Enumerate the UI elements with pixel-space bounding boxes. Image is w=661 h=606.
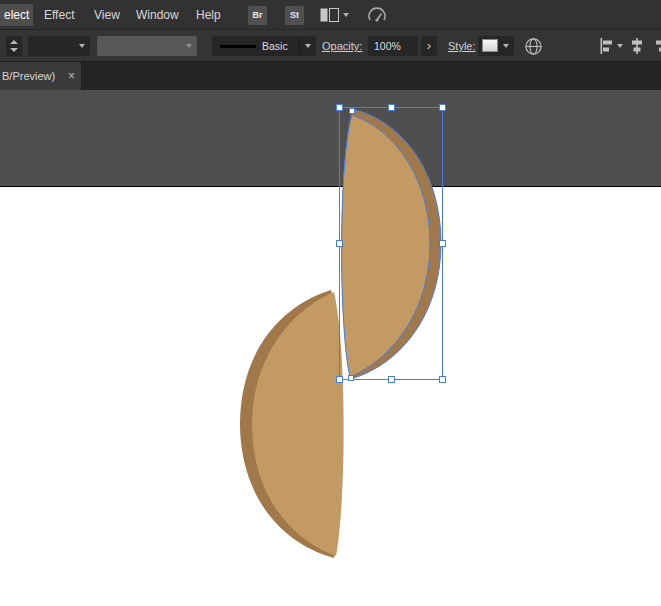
artwork-layer — [0, 90, 661, 606]
upper-crescent-body[interactable] — [342, 115, 430, 377]
brush-definition-dropdown[interactable]: Basic — [212, 36, 316, 56]
chevron-down-icon — [79, 44, 85, 48]
anchor-point[interactable] — [349, 376, 354, 381]
selection-handle[interactable] — [337, 377, 343, 383]
selection-handle[interactable] — [389, 377, 395, 383]
illustrator-window: elect Effect View Window Help Br St — [0, 0, 661, 606]
chevron-down-icon — [617, 44, 623, 48]
chevron-down-icon — [305, 44, 311, 48]
stroke-preview-line — [220, 45, 256, 48]
canvas-area[interactable] — [0, 90, 661, 606]
style-dropdown[interactable] — [478, 36, 514, 56]
divider — [299, 38, 300, 54]
stroke-dropdown-disabled[interactable] — [97, 36, 197, 56]
stepper-up-icon — [10, 40, 18, 44]
fill-dropdown[interactable] — [28, 36, 90, 56]
menu-item-window[interactable]: Window — [132, 4, 183, 26]
chevron-down-icon — [343, 13, 349, 17]
align-right-button[interactable] — [654, 38, 661, 57]
menu-item-select[interactable]: elect — [0, 4, 33, 26]
stepper-down-icon — [10, 48, 18, 52]
stock-button[interactable]: St — [285, 6, 304, 25]
document-tab[interactable]: B/Preview) × — [0, 62, 82, 90]
chevron-down-icon — [503, 44, 509, 48]
brush-definition-label: Basic — [262, 39, 288, 53]
selection-handle[interactable] — [337, 105, 343, 111]
style-swatch — [482, 39, 498, 52]
opacity-label[interactable]: Opacity: — [322, 40, 362, 52]
menu-item-effect[interactable]: Effect — [40, 4, 78, 26]
document-tab-bar: B/Preview) × — [0, 62, 661, 90]
lower-crescent-body[interactable] — [252, 292, 344, 556]
anchor-point[interactable] — [350, 109, 355, 114]
align-center-button[interactable] — [630, 38, 644, 57]
opacity-value-field[interactable]: 100% — [368, 36, 418, 56]
menu-item-help[interactable]: Help — [192, 4, 225, 26]
style-label[interactable]: Style: — [448, 40, 476, 52]
selection-handle[interactable] — [337, 241, 343, 247]
control-bar: Basic Opacity: 100% › Style: — [0, 30, 661, 62]
align-left-button[interactable] — [600, 38, 614, 57]
menu-bar: elect Effect View Window Help Br St — [0, 0, 661, 30]
selection-handle[interactable] — [440, 105, 446, 111]
value-stepper[interactable] — [6, 36, 22, 56]
more-options-button[interactable]: › — [421, 36, 437, 56]
document-tab-label: B/Preview) — [2, 70, 55, 82]
gpu-performance-icon[interactable] — [366, 6, 388, 28]
close-icon[interactable]: × — [68, 69, 75, 83]
chevron-down-icon — [186, 44, 192, 48]
selection-handle[interactable] — [389, 105, 395, 111]
menu-item-view[interactable]: View — [90, 4, 124, 26]
selection-handle[interactable] — [440, 377, 446, 383]
bridge-button[interactable]: Br — [248, 6, 267, 25]
globe-icon[interactable] — [524, 37, 543, 59]
selection-handle[interactable] — [440, 241, 446, 247]
workspace-switcher-icon[interactable] — [320, 8, 340, 26]
